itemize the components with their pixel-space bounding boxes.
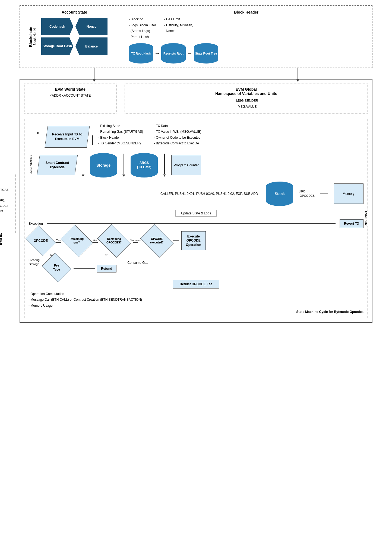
storage-root-hash-shape: Storage Root Hash	[41, 37, 73, 55]
evm-global-title: EVM Global Namespace of Variables and Un…	[128, 87, 364, 96]
tx-caller-box: TX CALLER - Nonce - Gas Limit (STARTGAS)…	[0, 174, 15, 233]
consume-gas-label: Consume Gas	[127, 261, 148, 265]
evm-global-items: - MSG.SENDER - MSG.VALUE	[128, 98, 364, 110]
evm-state-execution: EVM State EVM Execution Model (Interpret…	[24, 119, 368, 318]
blockchain-label: Blockchain	[29, 27, 33, 47]
receive-input-tx: Receive Input TX to Execute in EVM	[45, 126, 90, 148]
receipts-root-cyl: Receipts Root	[161, 43, 186, 64]
block-header-section: Block Header - Block no. - Logs Bloom Fi…	[129, 10, 364, 64]
evm-world-state-subtitle: <ADDR>:ACCOUNT STATE	[28, 94, 113, 97]
codehash-shape: Codehash	[41, 18, 73, 35]
blockchain-outer: Blockchain Block No. N Account State Cod…	[20, 5, 372, 68]
block-header-left-list: - Block no. - Logs Bloom Filter (Stores …	[129, 17, 156, 40]
deduct-opcode-box: Deduct OPCODE Fee	[173, 280, 219, 288]
account-state-title: Account State	[36, 10, 112, 14]
state-machine-label: State Machine Cycle for Bytecode Opcodes	[296, 310, 363, 314]
smart-contract-bytecode: Smart Contract Bytecode	[37, 155, 78, 175]
nonce-shape: Nonce	[75, 18, 108, 35]
block-header-right-list: - Gas Limit - Difficulty, Mixhash, Nonce	[164, 17, 193, 40]
exception-label: Exception	[29, 222, 43, 226]
memory-box: Memory	[334, 183, 363, 204]
block-no-label: Block No. N	[33, 28, 37, 45]
block-header-title: Block Header	[129, 10, 364, 14]
account-state-section: Account State Codehash Nonce Storage Roo…	[36, 10, 112, 55]
state-root-tree-cyl: State Root Tree	[194, 43, 218, 64]
evm-world-state-box: EVM World State <ADDR>:ACCOUNT STATE	[24, 84, 116, 113]
args-cylinder: ARGS (TX Data)	[131, 153, 158, 177]
evm-world-state-title: EVM World State	[28, 87, 113, 91]
storage-cylinder: Storage	[90, 153, 117, 177]
input-left-list: - Existing State - Remaining Gas (STARTG…	[98, 123, 143, 147]
stack-cylinder: Stack	[266, 182, 293, 206]
remaining-opcodes-wrapper: Remaining OPCODES?	[100, 231, 128, 251]
fee-type-wrapper: Fee Type	[45, 258, 68, 277]
arrow-receipts: →	[154, 50, 160, 56]
evm-global-box: EVM Global Namespace of Variables and Un…	[125, 84, 368, 113]
update-state-label: Update State & Logs	[175, 210, 217, 217]
evm-state-label: EVM State	[364, 211, 368, 226]
tx-root-hash-cyl: TX Root Hash	[129, 43, 153, 64]
input-right-list: - TX Data - TX Value in WEI (MSG.VALUE) …	[154, 123, 201, 147]
balance-shape: Balance	[75, 37, 108, 55]
arrow-state: →	[187, 50, 192, 56]
remaining-gas-wrapper: Remaining gas?	[64, 231, 90, 251]
lifo-label: LIFO -OPCODES	[299, 189, 315, 198]
caller-instruction: CALLER, PUSH1 0X01, PUSH 0XA0, PUSH1 0.0…	[29, 192, 261, 196]
revert-tx-box: Revert TX	[340, 219, 363, 228]
bottom-list: - Operation Computation - Message Call (…	[29, 291, 363, 309]
refund-box: Refund	[97, 265, 116, 272]
evm-outer: EVM World State <ADDR>:ACCOUNT STATE EVM…	[20, 79, 372, 323]
msg-sender-label: - MSG.SENDER	[30, 154, 33, 174]
opcode-diamond-wrapper: OPCODE	[29, 231, 53, 250]
tx-caller-title: TX CALLER	[0, 177, 12, 180]
execute-opcode-box: Execute OPCODE Operation	[181, 231, 206, 250]
opcode-executed-wrapper: OPCODE executed?	[143, 231, 170, 251]
clearing-storage-label: Clearing Storage	[29, 258, 40, 267]
program-counter-box: Program Counter	[171, 155, 201, 175]
